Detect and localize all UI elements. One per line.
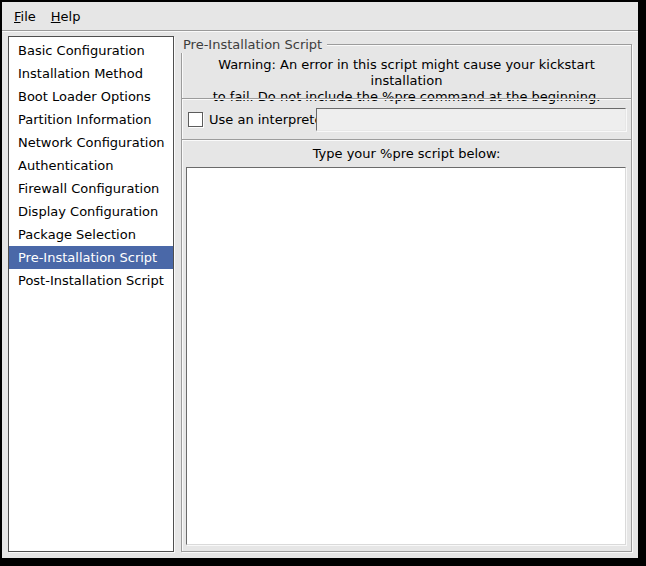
script-label: Type your %pre script below: — [182, 146, 631, 162]
interpreter-input[interactable] — [316, 108, 626, 131]
separator — [182, 98, 631, 100]
menubar: File Help — [2, 2, 638, 30]
sidebar-item-boot-loader-options[interactable]: Boot Loader Options — [9, 85, 173, 108]
warning-line-1: Warning: An error in this script might c… — [182, 57, 631, 89]
use-interpreter-label[interactable]: Use an interpreter: — [209, 108, 332, 131]
sidebar-item-firewall-configuration[interactable]: Firewall Configuration — [9, 177, 173, 200]
sidebar-item-display-configuration[interactable]: Display Configuration — [9, 200, 173, 223]
pre-installation-script-frame: Pre-Installation Script Warning: An erro… — [181, 44, 632, 552]
warning-line-2: to fail. Do not include the %pre command… — [182, 89, 631, 105]
sidebar-item-installation-method[interactable]: Installation Method — [9, 62, 173, 85]
use-interpreter-checkbox[interactable] — [188, 112, 203, 127]
frame-title: Pre-Installation Script — [181, 36, 327, 53]
sidebar-item-post-installation-script[interactable]: Post-Installation Script — [9, 269, 173, 292]
menu-file[interactable]: File — [10, 2, 40, 30]
app-window: File Help Basic Configuration Installati… — [0, 0, 646, 566]
script-textarea[interactable] — [186, 167, 626, 545]
sidebar-category-list: Basic Configuration Installation Method … — [8, 36, 174, 552]
sidebar-item-basic-configuration[interactable]: Basic Configuration — [9, 39, 173, 62]
menubar-separator — [2, 30, 638, 32]
sidebar-item-partition-information[interactable]: Partition Information — [9, 108, 173, 131]
menu-help[interactable]: Help — [47, 2, 85, 30]
window-body: File Help Basic Configuration Installati… — [2, 2, 638, 558]
separator — [182, 139, 631, 141]
sidebar-item-pre-installation-script[interactable]: Pre-Installation Script — [9, 246, 173, 269]
sidebar-item-authentication[interactable]: Authentication — [9, 154, 173, 177]
sidebar-item-network-configuration[interactable]: Network Configuration — [9, 131, 173, 154]
sidebar-item-package-selection[interactable]: Package Selection — [9, 223, 173, 246]
